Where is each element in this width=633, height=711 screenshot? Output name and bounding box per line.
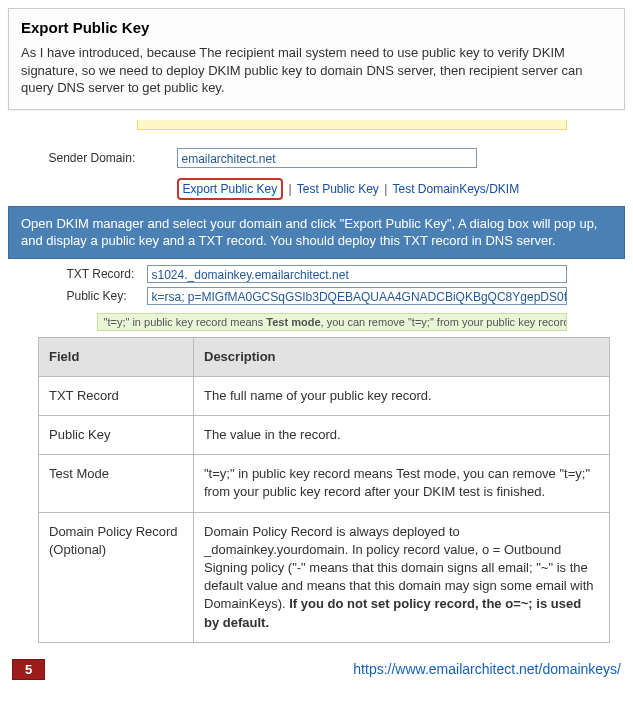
sender-domain-label: Sender Domain: [37, 151, 177, 165]
test-mode-hint: "t=y;" in public key record means Test m… [97, 313, 567, 331]
cell-field: TXT Record [39, 376, 194, 415]
table-row: Test Mode "t=y;" in public key record me… [39, 455, 610, 512]
sender-domain-row: Sender Domain: emailarchitect.net [37, 148, 597, 168]
public-key-label: Public Key: [67, 289, 147, 303]
upper-screenshot: Sender Domain: emailarchitect.net Export… [37, 120, 597, 196]
cell-field: Public Key [39, 416, 194, 455]
intro-card: Export Public Key As I have introduced, … [8, 8, 625, 110]
public-key-input[interactable]: k=rsa; p=MIGfMA0GCSqGSIb3DQEBAQUAA4GNADC… [147, 287, 567, 305]
txt-record-label: TXT Record: [67, 267, 147, 281]
table-row: Domain Policy Record (Optional) Domain P… [39, 512, 610, 642]
action-links-row: Export Public Key | Test Public Key | Te… [177, 182, 597, 196]
hint-text-post: , you can remove "t=y;" from your public… [321, 316, 567, 328]
intro-heading: Export Public Key [21, 19, 612, 36]
fields-description-table: Field Description TXT Record The full na… [38, 337, 610, 643]
lower-screenshot: TXT Record: s1024._domainkey.emailarchit… [37, 265, 597, 331]
page-number-badge: 5 [12, 659, 45, 680]
header-description: Description [194, 337, 610, 376]
txt-record-input[interactable]: s1024._domainkey.emailarchitect.net [147, 265, 567, 283]
cell-desc: The value in the record. [194, 416, 610, 455]
test-public-key-link[interactable]: Test Public Key [297, 182, 379, 196]
cell-field: Domain Policy Record (Optional) [39, 512, 194, 642]
txt-record-row: TXT Record: s1024._domainkey.emailarchit… [37, 265, 597, 283]
header-field: Field [39, 337, 194, 376]
cropped-yellow-banner [137, 120, 567, 130]
cell-field: Test Mode [39, 455, 194, 512]
page-footer: 5 https://www.emailarchitect.net/domaink… [8, 659, 625, 684]
table-row: TXT Record The full name of your public … [39, 376, 610, 415]
cell-desc: The full name of your public key record. [194, 376, 610, 415]
hint-text-bold: Test mode [266, 316, 320, 328]
separator: | [384, 182, 387, 196]
sender-domain-input[interactable]: emailarchitect.net [177, 148, 477, 168]
footer-url[interactable]: https://www.emailarchitect.net/domainkey… [353, 661, 621, 677]
hint-text-pre: "t=y;" in public key record means [104, 316, 267, 328]
public-key-row: Public Key: k=rsa; p=MIGfMA0GCSqGSIb3DQE… [37, 287, 597, 305]
separator: | [289, 182, 292, 196]
table-header-row: Field Description [39, 337, 610, 376]
table-row: Public Key The value in the record. [39, 416, 610, 455]
intro-paragraph: As I have introduced, because The recipi… [21, 44, 612, 97]
export-public-key-link[interactable]: Export Public Key [177, 178, 284, 200]
instruction-callout: Open DKIM manager and select your domain… [8, 206, 625, 259]
cell-desc: Domain Policy Record is always deployed … [194, 512, 610, 642]
test-domainkeys-dkim-link[interactable]: Test DomainKeys/DKIM [392, 182, 519, 196]
cell-desc: "t=y;" in public key record means Test m… [194, 455, 610, 512]
